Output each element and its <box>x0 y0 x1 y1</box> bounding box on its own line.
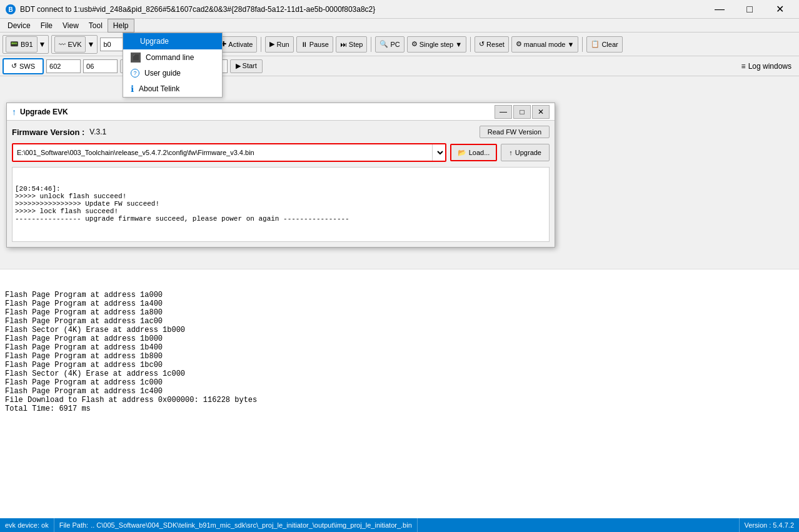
single-step-button[interactable]: ⚙ Single step ▼ <box>407 36 466 53</box>
about-icon: ℹ <box>131 84 134 94</box>
output-line: Flash Page Program at address 1ac00 <box>5 317 794 326</box>
output-line: Flash Page Program at address 1b800 <box>5 352 794 361</box>
help-menu-command-line[interactable]: ⬛ Command line <box>123 49 222 66</box>
device-group: 📟 B91 ▼ <box>3 35 49 54</box>
output-line: Flash Page Program at address 1b000 <box>5 334 794 343</box>
separator-2 <box>261 37 261 52</box>
reset-button[interactable]: ↺ Reset <box>475 36 509 53</box>
output-line: Flash Page Program at address 1bc00 <box>5 361 794 369</box>
step-button[interactable]: ⏭ Step <box>336 36 368 53</box>
upgrade-action-button[interactable]: ↑ Upgrade <box>501 144 550 161</box>
folder-icon: 📂 <box>458 149 466 157</box>
svg-text:B: B <box>8 6 13 13</box>
pc-button[interactable]: 🔍 PC <box>375 36 404 53</box>
maximize-button[interactable]: □ <box>735 0 764 19</box>
toolbar: 📟 B91 ▼ 〰 EVK ▼ ⬇ Download ✚ Activate ▶ … <box>0 33 799 56</box>
b91-button[interactable]: 📟 B91 <box>6 36 38 53</box>
log-windows-label: Log windows <box>748 62 791 71</box>
reset-icon: ↺ <box>479 40 485 48</box>
window-title: BDT connect to 1:usb#vid_248a&pid_8266#5… <box>20 5 705 14</box>
upgrade-dialog: ↑ Upgrade EVK — □ ✕ Firmware Version : V… <box>6 103 555 248</box>
output-line: Flash Page Program at address 1b400 <box>5 343 794 352</box>
dialog-title-bar: ↑ Upgrade EVK — □ ✕ <box>7 103 555 121</box>
status-version-text: Version : 5.4.7.2 <box>745 521 795 529</box>
output-line: Flash Page Program at address 1a400 <box>5 299 794 308</box>
output-line: Total Time: 6917 ms <box>5 404 794 413</box>
file-dropdown[interactable] <box>432 144 445 161</box>
status-device: evk device: ok <box>0 518 54 532</box>
fw-version-value: V.3.1 <box>89 128 479 136</box>
evk-label: EVK <box>68 41 81 48</box>
singlestep-arrow: ▼ <box>455 41 462 48</box>
output-line: File Download to Flash at address 0x0000… <box>5 396 794 404</box>
minimize-button[interactable]: — <box>705 0 734 19</box>
manual-mode-button[interactable]: ⚙ manual mode ▼ <box>511 36 579 53</box>
manual-icon: ⚙ <box>516 40 522 48</box>
command-line-icon: ⬛ <box>131 53 141 63</box>
dialog-log-area: [20:54:46]: >>>>> unlock flash succeed! … <box>12 167 550 242</box>
output-line: Flash Page Program at address 1c000 <box>5 378 794 387</box>
pause-icon: ⏸ <box>301 41 308 48</box>
upgrade-action-icon: ↑ <box>509 149 513 156</box>
file-input-container <box>12 143 446 162</box>
dialog-controls: — □ ✕ <box>495 105 550 119</box>
b91-icon: 📟 <box>10 40 19 48</box>
clear-icon: 📋 <box>591 40 600 48</box>
dialog-close[interactable]: ✕ <box>532 105 550 119</box>
main-output: Flash Page Program at address 1a000Flash… <box>0 269 799 518</box>
log-content: [20:54:46]: >>>>> unlock flash succeed! … <box>15 185 546 223</box>
menu-help[interactable]: Help <box>108 19 134 33</box>
file-path-input[interactable] <box>13 144 432 161</box>
log-windows-header: ≡ Log windows <box>741 62 796 71</box>
b91-label: B91 <box>21 41 33 48</box>
fw-version-row: Firmware Version : V.3.1 Read FW Version <box>12 126 550 138</box>
status-device-text: evk device: ok <box>5 521 49 529</box>
menu-view[interactable]: View <box>58 19 84 33</box>
second-input-2[interactable] <box>83 59 118 73</box>
clear-button[interactable]: 📋 Clear <box>586 36 622 53</box>
upgrade-icon: ↑ <box>131 36 135 46</box>
dialog-title: Upgrade EVK <box>20 108 495 116</box>
dialog-icon: ↑ <box>12 107 16 117</box>
sws-button[interactable]: ↺ SWS <box>3 58 44 74</box>
separator-5 <box>582 37 583 52</box>
read-fw-button[interactable]: Read FW Version <box>480 126 550 138</box>
step-icon: ⏭ <box>340 41 347 48</box>
menu-bar: Device File View Tool Help <box>0 19 799 33</box>
user-guide-icon: ? <box>131 69 139 78</box>
output-line: Flash Page Program at address 1a000 <box>5 291 794 299</box>
second-toolbar: ↺ SWS ⏹ Stall ▶ Start ≡ Log windows <box>0 56 799 76</box>
file-row: 📂 Load... ↑ Upgrade <box>12 143 550 162</box>
second-input-1[interactable] <box>46 59 81 73</box>
menu-tool[interactable]: Tool <box>84 19 108 33</box>
evk-button[interactable]: 〰 EVK <box>54 36 86 53</box>
activate-button[interactable]: ✚ Activate <box>216 36 257 53</box>
refresh-icon: ↺ <box>11 62 17 70</box>
run-icon: ▶ <box>269 40 274 48</box>
help-menu-upgrade[interactable]: ↑ Upgrade <box>123 33 222 49</box>
status-version: Version : 5.4.7.2 <box>739 518 800 532</box>
menu-device[interactable]: Device <box>3 19 36 33</box>
separator-4 <box>470 37 471 52</box>
dialog-maximize[interactable]: □ <box>513 105 531 119</box>
load-button[interactable]: 📂 Load... <box>450 144 498 161</box>
output-line: Flash Page Program at address 1c400 <box>5 387 794 396</box>
close-button[interactable]: ✕ <box>765 0 794 19</box>
window-controls: — □ ✕ <box>705 0 794 19</box>
menu-file[interactable]: File <box>36 19 58 33</box>
evk-icon: 〰 <box>59 41 66 48</box>
status-filepath-label: File Path: <box>59 521 88 529</box>
output-lines-container: Flash Page Program at address 1a000Flash… <box>5 291 794 413</box>
help-menu-about-telink[interactable]: ℹ About Telink <box>123 81 222 97</box>
singlestep-icon: ⚙ <box>411 40 418 48</box>
help-dropdown: ↑ Upgrade ⬛ Command line ? User guide ℹ … <box>123 33 223 98</box>
pause-button[interactable]: ⏸ Pause <box>296 36 333 53</box>
help-menu-user-guide[interactable]: ? User guide <box>123 66 222 81</box>
start-button[interactable]: ▶ Start <box>230 59 263 73</box>
output-line: Flash Sector (4K) Erase at address 1c000 <box>5 369 794 378</box>
title-bar: B BDT connect to 1:usb#vid_248a&pid_8266… <box>0 0 799 19</box>
status-filepath-value: .. C\005_Software\004_SDK\telink_b91m_mi… <box>91 521 412 529</box>
magnify-icon: 🔍 <box>379 40 388 48</box>
run-button[interactable]: ▶ Run <box>265 36 293 53</box>
dialog-minimize[interactable]: — <box>495 105 512 119</box>
